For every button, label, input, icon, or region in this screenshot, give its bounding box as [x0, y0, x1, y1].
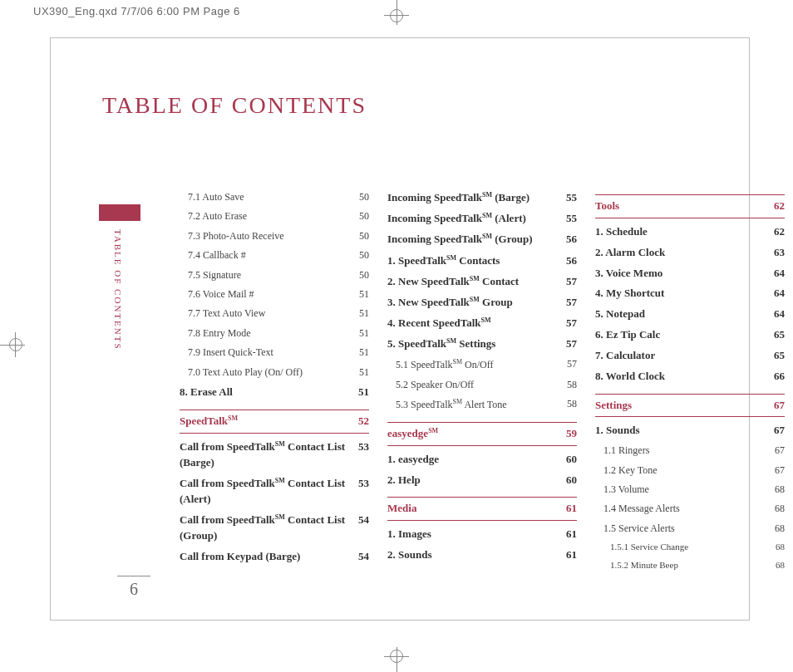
toc-label: 1. Images — [387, 527, 558, 542]
toc-label: Incoming SpeedTalkSM (Barge) — [387, 190, 558, 206]
toc-page: 54 — [358, 513, 369, 544]
section-head-settings: Settings67 — [595, 394, 785, 418]
section-head-speedtalk: SpeedTalkSM52 — [180, 410, 369, 434]
toc-page: 68 — [776, 559, 785, 572]
toc-page: 56 — [566, 253, 577, 269]
toc-row: 4. Recent SpeedTalkSM57 — [387, 313, 577, 334]
toc-page: 61 — [566, 547, 577, 563]
toc-label: 7.8 Entry Mode — [188, 326, 351, 341]
toc-row: 1. Images61 — [387, 524, 577, 545]
toc-label: Call from SpeedTalkSM Contact List (Aler… — [180, 476, 350, 508]
toc-label: 1. SpeedTalkSM Contacts — [387, 253, 558, 269]
toc-label: 3. New SpeedTalkSM Group — [387, 295, 558, 311]
toc-row: 1.4 Message Alerts68 — [595, 499, 785, 518]
toc-page: 64 — [774, 266, 785, 282]
toc-column-1: 7.1 Auto Save507.2 Auto Erase507.3 Photo… — [180, 188, 369, 575]
toc-row: 3. New SpeedTalkSM Group57 — [387, 292, 577, 313]
toc-page: 63 — [774, 245, 785, 261]
toc-page: 68 — [776, 541, 785, 554]
toc-page: 53 — [358, 439, 369, 471]
toc-page: 61 — [566, 527, 577, 542]
toc-page: 57 — [566, 274, 577, 290]
toc-row: Call from SpeedTalkSM Contact List (Aler… — [180, 473, 369, 510]
toc-page: 60 — [566, 473, 577, 488]
side-tab — [99, 204, 140, 221]
toc-page: 58 — [567, 397, 577, 412]
toc-page: 50 — [359, 229, 369, 243]
toc-page: 64 — [774, 307, 785, 322]
toc-page: 54 — [358, 549, 369, 565]
toc-row: 5. Notepad64 — [595, 304, 785, 325]
toc-page: 53 — [358, 476, 369, 508]
toc-label: 1. easyedge — [387, 452, 558, 468]
toc-row: 5.3 SpeedTalkSM Alert Tone58 — [387, 395, 577, 414]
toc-page: 51 — [359, 287, 369, 302]
toc-columns: 7.1 Auto Save507.2 Auto Erase507.3 Photo… — [180, 188, 786, 575]
toc-label: 1.5.1 Service Change — [610, 541, 767, 554]
toc-row: 2. New SpeedTalkSM Contact57 — [387, 272, 577, 292]
toc-label: 2. Alarm Clock — [595, 245, 766, 261]
toc-page: 58 — [567, 378, 577, 392]
toc-label: 8. Erase All — [180, 385, 350, 400]
toc-row: 7.4 Callback #50 — [180, 246, 369, 265]
toc-label: 5.2 Speaker On/Off — [396, 378, 559, 392]
toc-label: 1. Schedule — [595, 224, 766, 240]
toc-label: 2. New SpeedTalkSM Contact — [387, 274, 558, 290]
toc-label: 1.4 Message Alerts — [603, 502, 766, 516]
toc-row: 2. Help60 — [387, 470, 577, 491]
toc-label: 1.5 Service Alerts — [603, 522, 766, 536]
toc-label: 3. Voice Memo — [595, 266, 766, 282]
toc-page: 68 — [775, 483, 785, 497]
toc-page: 50 — [359, 268, 369, 282]
toc-label: 8. World Clock — [595, 369, 766, 385]
toc-row: 7.9 Insert Quick-Text51 — [180, 343, 369, 362]
toc-page: 67 — [775, 464, 785, 478]
toc-label: Incoming SpeedTalkSM (Alert) — [387, 211, 558, 227]
toc-label: 4. My Shortcut — [595, 286, 766, 302]
toc-row: 1.1 Ringers67 — [595, 441, 785, 460]
crop-header: UX390_Eng.qxd 7/7/06 6:00 PM Page 6 — [33, 5, 240, 17]
toc-page: 55 — [566, 190, 577, 206]
toc-label: 1.3 Volume — [603, 483, 766, 497]
toc-column-3: Tools621. Schedule622. Alarm Clock633. V… — [595, 188, 785, 575]
toc-row: Incoming SpeedTalkSM (Alert)55 — [387, 208, 577, 229]
toc-row: 1.2 Key Tone67 — [595, 461, 785, 480]
toc-label: 7.6 Voice Mail # — [188, 287, 351, 302]
toc-page: 65 — [774, 348, 785, 364]
toc-page: 68 — [775, 502, 785, 516]
toc-page: 66 — [774, 369, 785, 385]
crop-mark-bottom — [384, 647, 409, 672]
toc-row: 8. World Clock66 — [595, 366, 785, 387]
toc-column-2: Incoming SpeedTalkSM (Barge)55Incoming S… — [387, 188, 577, 575]
crop-mark-left — [0, 332, 25, 357]
toc-row: 4. My Shortcut64 — [595, 283, 785, 304]
toc-label: 5. Notepad — [595, 307, 766, 322]
toc-label: 7.1 Auto Save — [188, 190, 351, 204]
toc-label: 1.2 Key Tone — [603, 464, 766, 478]
toc-page: 60 — [566, 452, 577, 468]
toc-row: 1.5.2 Minute Beep68 — [595, 557, 785, 575]
toc-label: 2. Sounds — [387, 547, 558, 563]
toc-label: 7. Calculator — [595, 348, 766, 364]
toc-row: Call from SpeedTalkSM Contact List (Grou… — [180, 510, 369, 547]
section-head-easyedge: easyedgeSM59 — [387, 422, 577, 446]
toc-row: Incoming SpeedTalkSM (Group)56 — [387, 229, 577, 250]
toc-row: 2. Alarm Clock63 — [595, 243, 785, 263]
toc-row: 7.1 Auto Save50 — [180, 188, 369, 207]
toc-page: 67 — [774, 423, 785, 439]
toc-label: Incoming SpeedTalkSM (Group) — [387, 232, 558, 248]
toc-label: Call from SpeedTalkSM Contact List (Grou… — [180, 513, 350, 544]
toc-page: 56 — [566, 232, 577, 248]
toc-label: 5.1 SpeedTalkSM On/Off — [396, 357, 559, 372]
toc-label: 1.5.2 Minute Beep — [610, 559, 767, 572]
toc-row: Call from SpeedTalkSM Contact List (Barg… — [180, 437, 369, 473]
section-head-media: Media61 — [387, 497, 577, 521]
toc-page: 50 — [359, 190, 369, 204]
toc-page: 55 — [566, 211, 577, 227]
toc-label: 7.7 Text Auto View — [188, 307, 351, 321]
toc-row: 7. Calculator65 — [595, 346, 785, 366]
toc-page: 57 — [566, 316, 577, 331]
toc-row: 5.1 SpeedTalkSM On/Off57 — [387, 355, 577, 375]
toc-page: 51 — [359, 326, 369, 341]
toc-page: 51 — [359, 346, 369, 360]
